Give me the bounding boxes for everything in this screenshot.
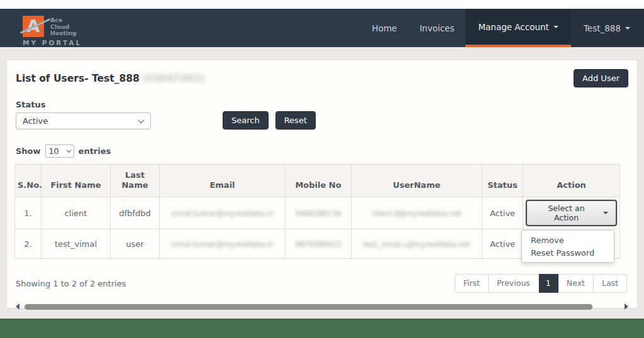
brand-name: Ace Cloud Hosting	[50, 16, 77, 37]
cell-email: vimal.kumar@myrealdata.in	[160, 229, 286, 259]
nav-item-user-menu[interactable]: Test_888	[571, 9, 644, 47]
brand[interactable]: A Ace Cloud Hosting MY PORTAL	[0, 9, 82, 47]
horizontal-scrollbar	[14, 303, 630, 310]
chevron-down-icon	[67, 148, 71, 152]
cell-last-name: dfbfdbd	[111, 197, 160, 229]
nav-item-manage-account[interactable]: Manage Account	[465, 9, 570, 47]
show-entries-row: Show 10 entries	[14, 144, 630, 158]
pagination-page-1[interactable]: 1	[539, 274, 558, 293]
chevron-down-icon	[138, 117, 145, 123]
add-user-button[interactable]: Add User	[574, 69, 628, 87]
nav-label: Test_888	[584, 23, 621, 33]
menu-item-remove[interactable]: Remove	[522, 234, 614, 246]
select-action-label: Select an Action	[535, 204, 598, 222]
page-title-text: List of Users- Test_888	[16, 73, 140, 84]
cell-action: Select an Action Remove Reset Password	[523, 197, 620, 229]
menu-item-reset-password[interactable]: Reset Password	[522, 246, 614, 259]
portal-label: MY PORTAL	[23, 39, 82, 46]
cell-status: Active	[482, 229, 523, 259]
users-card: List of Users- Test_888 (CID47392) Add U…	[6, 60, 638, 308]
search-button[interactable]: Search	[223, 111, 269, 129]
reset-button[interactable]: Reset	[275, 111, 316, 129]
select-action-button[interactable]: Select an Action	[526, 200, 617, 226]
page-background: List of Users- Test_888 (CID47392) Add U…	[0, 47, 644, 319]
masked-mobile: 9466286136	[295, 209, 341, 218]
pagination-first[interactable]: First	[455, 274, 489, 293]
masked-email: vimal.kumar@myrealdata.in	[171, 209, 274, 218]
pagination-last[interactable]: Last	[594, 274, 627, 293]
pagination-next[interactable]: Next	[558, 274, 594, 293]
col-header-mobile: Mobile No	[286, 165, 352, 197]
caret-down-icon	[603, 212, 608, 214]
cell-email: vimal.kumar@myrealdata.in	[160, 197, 286, 229]
caret-down-icon	[553, 26, 558, 28]
caret-down-icon	[625, 27, 630, 30]
masked-account-id: (CID47392)	[143, 73, 204, 84]
bottom-letterbox	[0, 319, 644, 338]
masked-email: vimal.kumar@myrealdata.in	[171, 240, 274, 249]
action-dropdown: Select an Action Remove Reset Password	[526, 200, 617, 226]
status-select-value: Active	[23, 116, 48, 126]
action-dropdown-menu: Remove Reset Password	[521, 230, 614, 263]
brand-line: Ace	[50, 17, 77, 24]
entries-per-page-select[interactable]: 10	[45, 144, 74, 158]
brand-row: A Ace Cloud Hosting	[23, 16, 82, 37]
masked-mobile: 9876489423	[295, 240, 341, 249]
show-label: Show	[16, 146, 41, 156]
top-navbar: A Ace Cloud Hosting MY PORTAL Home Invoi…	[0, 9, 644, 47]
page-title: List of Users- Test_888 (CID47392)	[16, 73, 204, 84]
nav-item-home[interactable]: Home	[360, 9, 408, 47]
col-header-username: UserName	[352, 165, 482, 197]
masked-username: test_vimal.u@myrealdata.net	[364, 240, 470, 249]
scroll-left-icon[interactable]	[16, 303, 19, 310]
scrollbar-track[interactable]	[25, 303, 619, 310]
scroll-right-icon[interactable]	[625, 303, 628, 310]
status-select[interactable]: Active	[16, 112, 151, 129]
cell-mobile: 9466286136	[286, 197, 352, 229]
filter-row: Status Active Search Reset	[14, 100, 630, 129]
entries-summary: Showing 1 to 2 of 2 entries	[16, 279, 126, 288]
status-field: Status Active	[16, 100, 151, 129]
col-header-email: Email	[160, 165, 286, 197]
col-header-first-name: First Name	[42, 165, 111, 197]
cell-mobile: 9876489423	[286, 229, 352, 259]
masked-username: client.d@myrealdata.net	[372, 209, 461, 218]
nav-label: Home	[372, 23, 397, 33]
cell-last-name: user	[111, 229, 160, 259]
nav-label: Manage Account	[478, 22, 548, 32]
entries-label: entries	[79, 146, 111, 156]
col-header-action: Action	[523, 165, 620, 197]
card-header: List of Users- Test_888 (CID47392) Add U…	[14, 69, 630, 87]
cell-status: Active	[482, 197, 523, 229]
entries-select-value: 10	[49, 146, 59, 156]
table-footer: Showing 1 to 2 of 2 entries First Previo…	[14, 274, 630, 293]
cell-username: test_vimal.u@myrealdata.net	[352, 229, 482, 259]
col-header-status: Status	[482, 165, 523, 197]
nav-item-invoices[interactable]: Invoices	[408, 9, 465, 47]
logo-letter: A	[23, 16, 44, 37]
main-nav: Home Invoices Manage Account Test_888	[360, 9, 644, 47]
cell-sno: 2.	[15, 229, 42, 259]
cell-username: client.d@myrealdata.net	[352, 197, 482, 229]
nav-label: Invoices	[419, 23, 454, 33]
users-table: S.No. First Name Last Name Email Mobile …	[14, 164, 620, 259]
brand-logo-icon: A	[23, 16, 44, 37]
cell-first-name: test_vimal	[42, 229, 111, 259]
cell-first-name: client	[42, 197, 111, 229]
status-label: Status	[16, 100, 151, 109]
screenshot-canvas: A Ace Cloud Hosting MY PORTAL Home Invoi…	[0, 0, 644, 338]
cell-sno: 1.	[15, 197, 42, 229]
brand-line: Hosting	[50, 30, 77, 37]
pagination-previous[interactable]: Previous	[489, 274, 539, 293]
col-header-sno: S.No.	[15, 165, 42, 197]
pagination: First Previous 1 Next Last	[455, 274, 627, 293]
table-row: 1. client dfbfdbd vimal.kumar@myrealdata…	[15, 197, 620, 229]
col-header-last-name: Last Name	[111, 165, 160, 197]
scrollbar-thumb[interactable]	[25, 304, 592, 310]
table-header-row: S.No. First Name Last Name Email Mobile …	[15, 165, 620, 197]
